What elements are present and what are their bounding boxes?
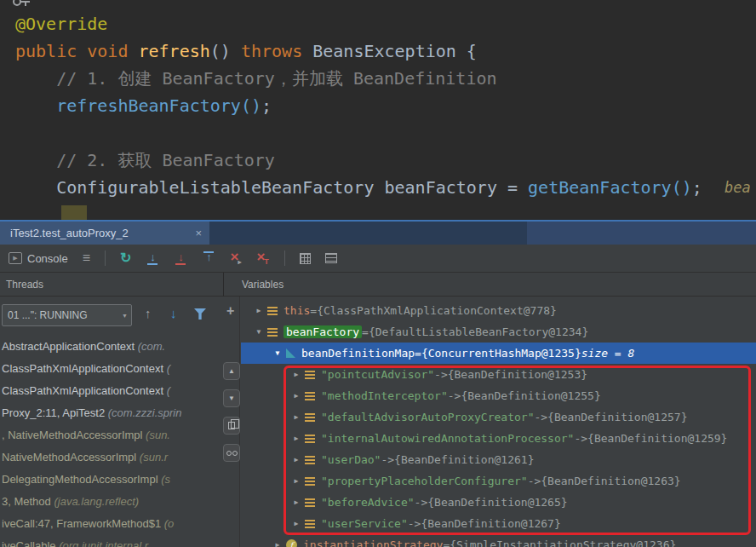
chevron-right-icon[interactable]: ▶ <box>290 477 302 485</box>
variable-row[interactable]: ▶"defaultAdvisorAutoProxyCreator" -> {Be… <box>241 406 756 428</box>
add-watch-button[interactable]: + <box>226 303 234 319</box>
code-line: public void refresh() throws BeansExcept… <box>15 37 702 65</box>
value-icon <box>305 477 315 486</box>
key-icon <box>12 0 32 10</box>
variable-separator: -> <box>574 432 587 445</box>
layout-menu-button[interactable]: ≡ <box>83 251 90 265</box>
identifier-highlight <box>61 205 87 220</box>
scroll-down-button[interactable]: ▼ <box>223 389 240 407</box>
stack-frame-row[interactable]: Proxy_2:11, ApiTest2 (com.zzzi.sprin <box>0 402 223 424</box>
variable-value: {BeanDefinition@1261} <box>394 453 534 466</box>
variables-side-toolbar: + ▲ ▼ <box>223 297 240 547</box>
variable-separator: -> <box>448 389 461 402</box>
code-token: // 1. 创建 BeanFactory，并加载 BeanDefinition <box>56 68 496 89</box>
navigate-down-icon[interactable]: ↓ <box>170 306 177 320</box>
stack-frame-row[interactable]: 3, Method (java.lang.reflect) <box>0 491 223 513</box>
navigate-up-icon[interactable]: ↑ <box>145 306 152 320</box>
value-icon <box>267 328 278 337</box>
chevron-right-icon[interactable]: ▶ <box>290 413 302 421</box>
threads-panel-header: Threads <box>6 273 43 297</box>
variable-value: {BeanDefinition@1257} <box>547 411 687 423</box>
close-icon[interactable]: × <box>195 222 202 245</box>
variable-row[interactable]: ▼beanFactory = {DefaultListableBeanFacto… <box>241 321 756 343</box>
variable-separator: -> <box>415 496 428 509</box>
stack-frame-row[interactable]: DelegatingMethodAccessorImpl (s <box>0 469 223 491</box>
chevron-right-icon[interactable]: ▶ <box>290 520 302 527</box>
variable-name: beanFactory <box>284 325 362 338</box>
filter-icon[interactable] <box>194 308 206 320</box>
variables-tree: ▶this = {ClassPathXmlApplicationContext@… <box>241 297 756 547</box>
stack-frame-row[interactable]: , NativeMethodAccessorImpl (sun. <box>0 424 223 446</box>
variable-row[interactable]: ▶"userService" -> {BeanDefinition@1267} <box>241 513 756 534</box>
code-line: // 2. 获取 BeanFactory <box>15 147 702 174</box>
toolbar-separator <box>284 250 285 266</box>
chevron-right-icon[interactable]: ▶ <box>290 435 302 442</box>
stack-frame-row[interactable]: ClassPathXmlApplicationContext ( <box>0 358 223 380</box>
chevron-right-icon[interactable]: ▶ <box>253 307 265 314</box>
frame-class: iveCall:47, FrameworkMethod$1 <box>2 517 164 530</box>
code-token: public void <box>15 41 139 61</box>
variable-separator: = <box>310 304 317 317</box>
rerun-icon: ↻ <box>120 251 131 265</box>
tab-test-autoproxy[interactable]: iTest2.test_autoProxy_2 × <box>0 222 209 245</box>
stack-frame-row[interactable]: AbstractApplicationContext (com. <box>0 336 223 358</box>
step-into-button[interactable]: ↓ <box>146 251 159 265</box>
terminate-t-icon: ×T <box>256 251 269 265</box>
copy-button[interactable] <box>223 417 240 435</box>
variable-row[interactable]: ▶"userDao" -> {BeanDefinition@1261} <box>241 449 756 470</box>
code-line: ConfigurableListableBeanFactory beanFact… <box>15 174 702 201</box>
debug-tab-bar: iTest2.test_autoProxy_2 × <box>0 220 756 245</box>
chevron-down-icon[interactable]: ▼ <box>272 349 284 357</box>
code-token: throws <box>241 41 312 61</box>
variable-separator: -> <box>381 453 394 466</box>
variable-row[interactable]: ▶"internalAutowiredAnnotationProcessor" … <box>241 428 756 449</box>
variable-row[interactable]: ▶"pointcutAdvisor" -> {BeanDefinition@12… <box>241 364 756 385</box>
code-token: // 2. 获取 BeanFactory <box>56 150 275 170</box>
frame-package: (com. <box>138 340 166 353</box>
code-line: @Override <box>15 10 702 37</box>
code-token <box>15 95 56 116</box>
rerun-button[interactable]: ↻ <box>120 251 131 265</box>
value-icon <box>305 413 315 422</box>
stack-frame-row[interactable]: iveCall:47, FrameworkMethod$1 (o <box>0 513 223 535</box>
variable-separator: -> <box>534 411 547 423</box>
code-token: ; <box>692 177 702 198</box>
stack-frame-row[interactable]: ClassPathXmlApplicationContext ( <box>0 380 223 402</box>
console-tab-button[interactable]: ▶Console <box>9 252 68 265</box>
variable-name: beanDefinitionMap <box>301 347 415 360</box>
table-view-button[interactable] <box>325 253 337 263</box>
thread-selector-dropdown[interactable]: 01 ...": RUNNING ▼ <box>2 304 132 326</box>
chevron-right-icon[interactable]: ▶ <box>272 541 284 547</box>
stack-frame-row[interactable]: iveCallable (org.junit.internal.r <box>0 535 223 547</box>
variable-row[interactable]: ▶this = {ClassPathXmlApplicationContext@… <box>241 300 756 321</box>
terminate-button[interactable]: ×▸ <box>230 251 242 266</box>
variable-row[interactable]: ▶"beforeAdvice" -> {BeanDefinition@1265} <box>241 492 756 513</box>
chevron-down-icon[interactable]: ▼ <box>253 328 265 336</box>
chevron-right-icon[interactable]: ▶ <box>290 456 302 464</box>
terminate-t-button[interactable]: ×T <box>256 251 269 265</box>
variable-row[interactable]: ▶"propertyPlaceholderConfigurer" -> {Bea… <box>241 470 756 492</box>
code-editor[interactable]: @Overridepublic void refresh() throws Be… <box>0 0 756 220</box>
step-out-icon: ↑ <box>202 251 215 265</box>
step-out-button[interactable]: ↑ <box>202 251 215 265</box>
chevron-right-icon[interactable]: ▶ <box>290 371 302 378</box>
thread-selector-value: 01 ...": RUNNING <box>8 309 88 321</box>
scroll-up-button[interactable]: ▲ <box>223 362 240 380</box>
chevron-down-icon: ▼ <box>122 306 128 326</box>
chevron-right-icon[interactable]: ▶ <box>290 498 302 506</box>
force-step-into-button[interactable]: ↓ <box>174 251 187 265</box>
frame-class: ClassPathXmlApplicationContext <box>2 362 167 375</box>
variable-row[interactable]: ▶finstantiationStrategy = {SimpleInstant… <box>241 534 756 547</box>
watch-button[interactable] <box>223 444 240 462</box>
variable-name: "methodInterceptor" <box>321 389 448 402</box>
map-icon <box>286 348 295 358</box>
code-token: ; <box>261 95 272 116</box>
variable-name: "beforeAdvice" <box>321 496 415 509</box>
chevron-right-icon[interactable]: ▶ <box>290 392 302 400</box>
variable-row[interactable]: ▼beanDefinitionMap = {ConcurrentHashMap@… <box>241 343 756 364</box>
variable-row[interactable]: ▶"methodInterceptor" -> {BeanDefinition@… <box>241 385 756 406</box>
frame-package: (com.zzzi.sprin <box>108 406 182 419</box>
grid-view-button[interactable] <box>300 253 311 264</box>
stack-frame-row[interactable]: NativeMethodAccessorImpl (sun.r <box>0 446 223 469</box>
variable-separator: = <box>415 347 421 360</box>
